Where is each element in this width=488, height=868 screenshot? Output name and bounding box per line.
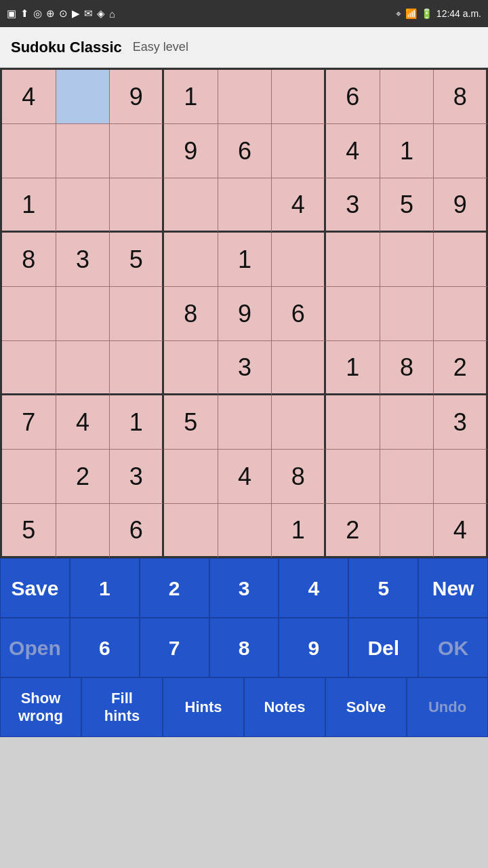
cell-3-4[interactable]: 1 bbox=[218, 233, 272, 287]
cell-6-2[interactable]: 1 bbox=[110, 395, 164, 450]
cell-8-8[interactable]: 4 bbox=[434, 504, 488, 558]
cell-1-4[interactable]: 6 bbox=[218, 124, 272, 178]
cell-2-1[interactable] bbox=[56, 178, 110, 233]
cell-0-4[interactable] bbox=[218, 70, 272, 124]
cell-4-8[interactable] bbox=[434, 287, 488, 341]
cell-4-3[interactable]: 8 bbox=[164, 287, 218, 341]
cell-5-2[interactable] bbox=[110, 341, 164, 395]
cell-8-2[interactable]: 6 bbox=[110, 504, 164, 558]
ctrl-btn-row1-0[interactable]: Save bbox=[0, 558, 70, 618]
ctrl-btn-row1-3[interactable]: 3 bbox=[209, 558, 279, 618]
ctrl-btn-row1-2[interactable]: 2 bbox=[140, 558, 209, 618]
cell-0-2[interactable]: 9 bbox=[110, 70, 164, 124]
cell-5-5[interactable] bbox=[272, 341, 326, 395]
cell-3-8[interactable] bbox=[434, 233, 488, 287]
cell-8-7[interactable] bbox=[380, 504, 434, 558]
cell-0-6[interactable]: 6 bbox=[326, 70, 380, 124]
cell-4-1[interactable] bbox=[56, 287, 110, 341]
ctrl-btn-row3-1[interactable]: Fill hints bbox=[81, 677, 163, 737]
cell-4-7[interactable] bbox=[380, 287, 434, 341]
cell-8-4[interactable] bbox=[218, 504, 272, 558]
cell-7-2[interactable]: 3 bbox=[110, 450, 164, 504]
cell-0-3[interactable]: 1 bbox=[164, 70, 218, 124]
cell-8-5[interactable]: 1 bbox=[272, 504, 326, 558]
cell-7-4[interactable]: 4 bbox=[218, 450, 272, 504]
cell-6-1[interactable]: 4 bbox=[56, 395, 110, 450]
ctrl-btn-row1-1[interactable]: 1 bbox=[70, 558, 140, 618]
ctrl-btn-row2-4[interactable]: 9 bbox=[279, 618, 348, 677]
cell-1-8[interactable] bbox=[434, 124, 488, 178]
cell-2-7[interactable]: 5 bbox=[380, 178, 434, 233]
cell-0-1[interactable] bbox=[56, 70, 110, 124]
cell-3-3[interactable] bbox=[164, 233, 218, 287]
ctrl-btn-row2-5[interactable]: Del bbox=[348, 618, 418, 677]
cell-1-2[interactable] bbox=[110, 124, 164, 178]
cell-0-8[interactable]: 8 bbox=[434, 70, 488, 124]
cell-7-5[interactable]: 8 bbox=[272, 450, 326, 504]
cell-3-1[interactable]: 3 bbox=[56, 233, 110, 287]
ctrl-btn-row3-2[interactable]: Hints bbox=[163, 677, 244, 737]
cell-4-2[interactable] bbox=[110, 287, 164, 341]
cell-5-6[interactable]: 1 bbox=[326, 341, 380, 395]
cell-3-6[interactable] bbox=[326, 233, 380, 287]
ctrl-btn-row3-0[interactable]: Show wrong bbox=[0, 677, 81, 737]
cell-1-0[interactable] bbox=[2, 124, 56, 178]
cell-3-2[interactable]: 5 bbox=[110, 233, 164, 287]
cell-5-3[interactable] bbox=[164, 341, 218, 395]
cell-2-6[interactable]: 3 bbox=[326, 178, 380, 233]
cell-0-0[interactable]: 4 bbox=[2, 70, 56, 124]
cell-1-6[interactable]: 4 bbox=[326, 124, 380, 178]
cell-8-1[interactable] bbox=[56, 504, 110, 558]
cell-7-6[interactable] bbox=[326, 450, 380, 504]
cell-3-0[interactable]: 8 bbox=[2, 233, 56, 287]
cell-2-2[interactable] bbox=[110, 178, 164, 233]
cell-6-6[interactable] bbox=[326, 395, 380, 450]
cell-8-6[interactable]: 2 bbox=[326, 504, 380, 558]
ctrl-btn-row2-2[interactable]: 7 bbox=[140, 618, 209, 677]
ctrl-btn-row1-6[interactable]: New bbox=[418, 558, 488, 618]
cell-2-5[interactable]: 4 bbox=[272, 178, 326, 233]
cell-2-8[interactable]: 9 bbox=[434, 178, 488, 233]
cell-1-7[interactable]: 1 bbox=[380, 124, 434, 178]
cell-5-1[interactable] bbox=[56, 341, 110, 395]
cell-7-1[interactable]: 2 bbox=[56, 450, 110, 504]
ctrl-btn-row2-1[interactable]: 6 bbox=[70, 618, 140, 677]
cell-4-5[interactable]: 6 bbox=[272, 287, 326, 341]
cell-3-7[interactable] bbox=[380, 233, 434, 287]
cell-1-1[interactable] bbox=[56, 124, 110, 178]
ctrl-btn-row3-4[interactable]: Solve bbox=[325, 677, 407, 737]
ctrl-btn-row2-3[interactable]: 8 bbox=[209, 618, 279, 677]
cell-6-0[interactable]: 7 bbox=[2, 395, 56, 450]
cell-4-4[interactable]: 9 bbox=[218, 287, 272, 341]
cell-2-3[interactable] bbox=[164, 178, 218, 233]
cell-6-3[interactable]: 5 bbox=[164, 395, 218, 450]
cell-0-5[interactable] bbox=[272, 70, 326, 124]
cell-6-5[interactable] bbox=[272, 395, 326, 450]
cell-6-8[interactable]: 3 bbox=[434, 395, 488, 450]
cell-6-4[interactable] bbox=[218, 395, 272, 450]
ctrl-btn-row3-3[interactable]: Notes bbox=[244, 677, 325, 737]
ctrl-btn-row2-6[interactable]: OK bbox=[418, 618, 488, 677]
cell-2-0[interactable]: 1 bbox=[2, 178, 56, 233]
cell-5-7[interactable]: 8 bbox=[380, 341, 434, 395]
cell-7-3[interactable] bbox=[164, 450, 218, 504]
sudoku-grid[interactable]: 491689641143598351896318274153234856124 bbox=[0, 68, 488, 558]
cell-4-6[interactable] bbox=[326, 287, 380, 341]
cell-1-5[interactable] bbox=[272, 124, 326, 178]
ctrl-btn-row1-5[interactable]: 5 bbox=[348, 558, 418, 618]
cell-5-4[interactable]: 3 bbox=[218, 341, 272, 395]
ctrl-btn-row3-5[interactable]: Undo bbox=[407, 677, 488, 737]
cell-3-5[interactable] bbox=[272, 233, 326, 287]
cell-8-3[interactable] bbox=[164, 504, 218, 558]
cell-0-7[interactable] bbox=[380, 70, 434, 124]
cell-6-7[interactable] bbox=[380, 395, 434, 450]
cell-7-8[interactable] bbox=[434, 450, 488, 504]
cell-7-7[interactable] bbox=[380, 450, 434, 504]
ctrl-btn-row1-4[interactable]: 4 bbox=[279, 558, 348, 618]
cell-2-4[interactable] bbox=[218, 178, 272, 233]
cell-1-3[interactable]: 9 bbox=[164, 124, 218, 178]
cell-5-8[interactable]: 2 bbox=[434, 341, 488, 395]
ctrl-btn-row2-0[interactable]: Open bbox=[0, 618, 70, 677]
cell-4-0[interactable] bbox=[2, 287, 56, 341]
cell-7-0[interactable] bbox=[2, 450, 56, 504]
